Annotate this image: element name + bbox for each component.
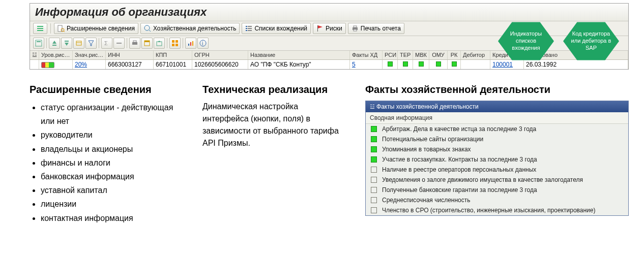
fact-text: Потенциальные сайты организации <box>382 136 483 143</box>
chart-icon[interactable] <box>185 38 196 49</box>
svg-point-6 <box>144 25 150 30</box>
find-icon[interactable] <box>73 38 84 49</box>
details-icon[interactable] <box>33 38 44 49</box>
tech-text: Динамическая настройка интерфейса (кнопк… <box>202 101 345 149</box>
section-facts: Факты хозяйственной деятельности Факты х… <box>365 84 629 216</box>
col-risk-level[interactable]: Уров.рис… <box>39 51 73 59</box>
select-col-icon[interactable]: ☳ <box>30 51 39 59</box>
separator <box>167 38 167 48</box>
fact-text: Уведомления о залоге движимого имущества… <box>382 176 583 183</box>
fact-row: Потенциальные сайты организации <box>366 134 628 144</box>
fact-row: Участие в госзакупках. Контракты за посл… <box>366 154 628 165</box>
svg-rect-19 <box>37 41 41 42</box>
fact-text: Участие в госзакупках. Контракты за посл… <box>382 156 537 163</box>
svg-rect-30 <box>157 42 162 46</box>
col-rsi[interactable]: РСИ <box>383 51 398 59</box>
button-label: Хозяйственная деятельность <box>153 25 236 32</box>
status-indicator-icon <box>371 177 377 183</box>
print-button[interactable]: Печать отчета <box>348 23 404 34</box>
svg-rect-32 <box>175 40 178 43</box>
section-tech: Техническая реализация Динамическая наст… <box>202 84 345 149</box>
svg-rect-2 <box>37 30 43 31</box>
section-title: Расширенные сведения <box>30 84 182 95</box>
svg-rect-8 <box>246 26 247 27</box>
export-icon[interactable] <box>154 38 165 49</box>
fact-row: Арбитраж. Дела в качестве истца за после… <box>366 124 628 134</box>
list-item: контактная информация <box>41 211 182 225</box>
lists-button[interactable]: Списки вхождений <box>242 23 311 34</box>
menu-icon <box>37 25 44 32</box>
col-mvk[interactable]: МВК <box>413 51 429 59</box>
activity-button[interactable]: Хозяйственная деятельность <box>140 23 240 34</box>
status-indicator-icon <box>371 187 377 193</box>
section-title: Техническая реализация <box>202 84 345 95</box>
expanded-info-button[interactable]: Расширенные сведения <box>54 23 138 34</box>
section-expanded: Расширенные сведения статус организации … <box>30 84 182 225</box>
section-title: Факты хозяйственной деятельности <box>365 84 629 95</box>
svg-rect-11 <box>248 28 252 29</box>
sum-icon[interactable]: Σ <box>101 38 112 49</box>
col-ogrn[interactable]: ОГРН <box>192 51 248 59</box>
svg-rect-31 <box>172 40 174 43</box>
svg-text:i: i <box>202 41 203 46</box>
subtotal-icon[interactable] <box>113 38 125 49</box>
flag-icon <box>316 25 324 32</box>
list-item: банковская информация <box>41 170 182 183</box>
col-ter[interactable]: ТЕР <box>398 51 413 59</box>
sort-asc-icon[interactable] <box>49 38 60 49</box>
info-icon[interactable]: i <box>197 38 209 49</box>
doc-search-icon <box>57 25 65 32</box>
status-indicator-icon <box>371 156 377 163</box>
fact-row: Наличие в реестре операторов персональны… <box>366 165 628 175</box>
list-item: уставной капитал <box>41 183 182 197</box>
cell-ter <box>398 60 413 69</box>
status-indicator-icon <box>371 167 377 173</box>
cell-mvk <box>413 60 429 69</box>
col-debtor[interactable]: Дебитор <box>461 51 490 59</box>
sort-desc-icon[interactable] <box>61 38 72 49</box>
facts-panel: Факты хозяйственной деятельности Сводная… <box>365 101 629 216</box>
svg-rect-36 <box>190 42 191 46</box>
col-facts[interactable]: Факты ХД <box>350 51 383 59</box>
facts-link[interactable]: 5 <box>352 61 356 68</box>
col-kpp[interactable]: КПП <box>154 51 192 59</box>
col-name[interactable]: Название <box>248 51 350 59</box>
svg-rect-16 <box>354 26 357 27</box>
view-icon[interactable] <box>141 38 153 49</box>
button-label: Списки вхождений <box>254 25 307 32</box>
svg-rect-13 <box>248 30 252 31</box>
col-omu[interactable]: ОМУ <box>429 51 448 59</box>
cell-rk <box>448 60 461 69</box>
list-item: владельцы и акционеры <box>41 142 182 156</box>
expanded-list: статус организации - действующая или нет… <box>30 101 182 225</box>
col-risk-value[interactable]: Знач.рис… <box>73 51 106 59</box>
fact-row: Членство в СРО (строительство, инженерны… <box>366 205 628 215</box>
status-indicator-icon <box>371 207 377 213</box>
svg-line-5 <box>64 31 65 32</box>
print2-icon[interactable] <box>129 38 140 49</box>
cell-name: АО "ПФ "СКБ Контур" <box>248 60 350 69</box>
svg-rect-14 <box>317 25 318 31</box>
col-inn[interactable]: ИНН <box>106 51 154 59</box>
svg-rect-1 <box>37 28 43 29</box>
cell-omu <box>429 60 448 69</box>
status-indicator-icon <box>371 126 377 132</box>
cell-rsi <box>383 60 398 69</box>
svg-rect-9 <box>248 26 252 27</box>
grid-row[interactable]: 20% 6663003127 667101001 1026605606620 А… <box>30 60 628 69</box>
risks-button[interactable]: Риски <box>313 23 346 34</box>
creditor-link[interactable]: 100001 <box>492 61 513 68</box>
risk-value-link[interactable]: 20% <box>75 61 87 68</box>
svg-rect-21 <box>65 41 69 42</box>
layout-icon[interactable] <box>169 38 181 49</box>
cell-ogrn: 1026605606620 <box>192 60 248 69</box>
sap-window: Информация об организациях Расширенные с… <box>30 3 629 70</box>
fact-text: Среднесписочная численность <box>382 197 471 204</box>
separator <box>50 23 51 34</box>
svg-rect-12 <box>246 30 247 31</box>
list-icon <box>245 25 252 32</box>
col-rk[interactable]: РК <box>448 51 461 59</box>
fact-text: Упоминания в товарных знаках <box>382 146 471 153</box>
menu-button[interactable] <box>33 23 47 34</box>
filter-icon[interactable] <box>85 38 97 49</box>
